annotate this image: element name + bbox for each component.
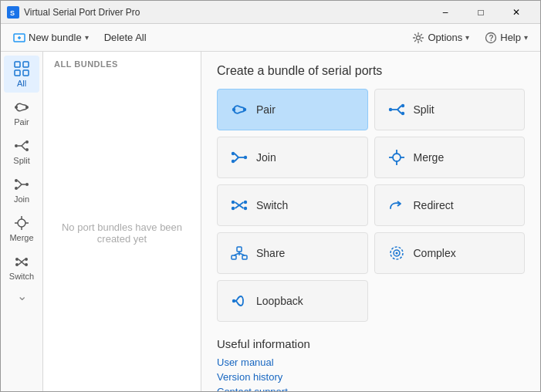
app-title: Virtual Serial Port Driver Pro [24,7,428,18]
sidebar-expand-button[interactable]: ⌄ [10,288,33,303]
tile-loopback[interactable]: Loopback [217,280,368,322]
svg-point-56 [232,201,235,204]
help-dropdown-icon: ▾ [524,33,528,42]
right-menu: Options ▾ ? Help ▾ [406,29,534,47]
sidebar-join-label: Join [14,194,29,204]
svg-point-16 [25,148,29,151]
svg-text:?: ? [489,34,494,42]
redirect-label: Redirect [414,199,454,211]
svg-point-22 [25,183,29,186]
sidebar-all-label: All [17,79,26,88]
svg-point-46 [232,160,235,163]
split-tile-icon [387,100,406,119]
svg-point-57 [244,201,247,204]
version-history-link[interactable]: Version history [217,371,525,383]
new-bundle-label: New bundle [29,32,82,43]
svg-point-45 [232,152,235,155]
svg-point-38 [243,108,246,111]
svg-line-24 [18,184,22,188]
options-label: Options [428,32,462,43]
svg-line-18 [22,142,25,146]
main-layout: All Pair Split [1,52,540,392]
svg-point-59 [244,207,247,210]
svg-line-19 [22,146,25,150]
tile-share[interactable]: Share [217,232,368,274]
svg-point-5 [417,35,421,39]
user-manual-link[interactable]: User manual [217,357,525,368]
svg-point-13 [25,106,29,109]
pair-icon [13,99,30,116]
loopback-label: Loopback [256,295,303,307]
tile-merge[interactable]: Merge [374,137,526,178]
svg-point-33 [15,263,19,266]
svg-rect-8 [15,62,20,67]
sidebar-item-join[interactable]: Join [4,171,39,208]
svg-point-14 [15,144,18,147]
join-icon [13,176,30,193]
tile-pair[interactable]: Pair [217,89,368,130]
svg-line-66 [234,253,239,255]
tile-switch[interactable]: Switch [217,184,368,226]
sidebar: All Pair Split [1,52,43,392]
tile-complex[interactable]: Complex [374,232,526,274]
svg-point-39 [388,108,391,111]
svg-point-21 [15,187,18,190]
complex-tile-icon [387,244,406,262]
new-bundle-dropdown-icon: ▾ [85,33,89,42]
svg-point-51 [393,154,401,161]
complex-label: Complex [414,247,456,259]
svg-point-37 [232,108,235,111]
split-icon [13,137,30,154]
section-title: Create a bundle of serial ports [217,64,525,78]
join-label: Join [256,151,276,164]
svg-point-40 [401,104,404,107]
maximize-button[interactable]: □ [463,1,499,24]
svg-line-43 [397,106,401,110]
svg-line-44 [397,110,401,113]
bundle-grid: Pair Split [217,89,525,322]
close-button[interactable]: ✕ [499,1,534,24]
sidebar-item-split[interactable]: Split [4,133,39,170]
pair-tile-icon [230,100,249,119]
svg-point-32 [25,258,28,261]
help-button[interactable]: ? Help ▾ [478,29,534,47]
window-controls: – □ ✕ [428,1,534,24]
sidebar-pair-label: Pair [14,117,29,127]
svg-rect-10 [15,70,20,76]
contact-support-link[interactable]: Contact support [217,386,525,392]
svg-line-49 [235,157,238,161]
sidebar-item-all[interactable]: All [4,56,39,93]
tile-split[interactable]: Split [374,89,526,130]
join-tile-icon [230,148,249,167]
svg-point-20 [15,179,18,182]
svg-rect-63 [232,255,236,259]
pair-label: Pair [256,103,276,116]
svg-point-15 [25,140,29,144]
tile-join[interactable]: Join [217,137,368,178]
svg-line-48 [235,154,238,157]
title-bar: S Virtual Serial Port Driver Pro – □ ✕ [1,1,540,24]
sidebar-item-pair[interactable]: Pair [4,94,39,131]
merge-icon [13,215,30,231]
options-dropdown-icon: ▾ [465,33,469,42]
svg-line-23 [18,181,22,184]
svg-line-67 [239,253,245,255]
svg-point-34 [25,263,28,266]
minimize-button[interactable]: – [428,1,463,24]
all-icon [13,60,30,77]
expand-icon: ⌄ [17,289,27,303]
sidebar-item-switch[interactable]: Switch [4,248,39,286]
new-bundle-button[interactable]: New bundle ▾ [7,29,95,47]
left-panel: ALL BUNDLES No port bundles have been cr… [43,52,201,392]
delete-all-label: Delete All [104,32,147,43]
svg-point-31 [15,258,19,261]
gear-icon [412,32,424,44]
svg-point-58 [232,207,235,210]
tile-redirect[interactable]: Redirect [374,184,526,226]
useful-links: User manual Version history Contact supp… [217,357,525,392]
delete-all-button[interactable]: Delete All [98,29,153,46]
options-button[interactable]: Options ▾ [406,29,475,47]
help-label: Help [500,32,521,43]
new-bundle-icon [13,32,25,44]
sidebar-item-merge[interactable]: Merge [4,210,39,247]
